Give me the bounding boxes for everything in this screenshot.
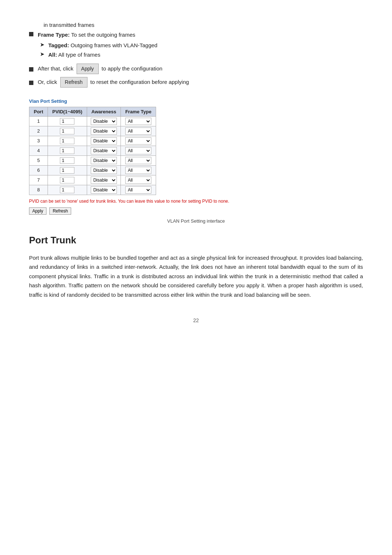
awareness-select[interactable]: DisableEnable	[91, 167, 117, 174]
cell-pvid	[48, 175, 87, 185]
apply-button[interactable]: Apply	[29, 207, 46, 215]
pvid-input[interactable]	[60, 128, 74, 134]
refresh-inline-button[interactable]: Refresh	[60, 77, 87, 88]
apply-instruction: After that, click Apply to apply the con…	[38, 64, 162, 74]
table-row: 6DisableEnableAllTagged	[29, 165, 156, 175]
page-number: 22	[29, 317, 363, 323]
table-header-row: Port PVID(1~4095) Awareness Frame Type	[29, 107, 156, 116]
cell-port: 4	[29, 146, 48, 155]
refresh-bullet-prefix: Or, click	[38, 79, 57, 85]
apply-bullet: After that, click Apply to apply the con…	[29, 64, 363, 74]
bullet-square-apply-icon	[29, 67, 33, 72]
port-trunk-paragraph: Port trunk allows multiple links to be b…	[29, 253, 363, 300]
frame-type-text: Frame Type: To set the outgoing frames	[38, 31, 135, 39]
cell-pvid	[48, 155, 87, 165]
frame-type-select[interactable]: AllTagged	[125, 147, 151, 154]
pvid-input[interactable]	[60, 177, 74, 183]
pvid-input[interactable]	[60, 187, 74, 193]
cell-pvid	[48, 146, 87, 155]
table-row: 4DisableEnableAllTagged	[29, 146, 156, 155]
table-row: 1DisableEnableAllTagged	[29, 116, 156, 126]
awareness-select[interactable]: DisableEnable	[91, 127, 117, 135]
frame-type-select[interactable]: AllTagged	[125, 157, 151, 164]
pvid-note: PVID can be set to 'none' used for trunk…	[29, 199, 363, 204]
frame-type-select[interactable]: AllTagged	[125, 137, 151, 145]
frame-type-label: Frame Type:	[38, 32, 70, 38]
frame-type-select[interactable]: AllTagged	[125, 177, 151, 184]
tagged-text: Tagged: Outgoing frames with VLAN-Tagged	[48, 41, 158, 50]
bullet-square-refresh-icon	[29, 81, 33, 85]
awareness-select[interactable]: DisableEnable	[91, 147, 117, 154]
arrow-icon-2: ➤	[40, 51, 45, 57]
apply-suffix-text: to apply the configuration	[102, 65, 163, 72]
frame-type-bullet: Frame Type: To set the outgoing frames	[29, 31, 363, 39]
awareness-select[interactable]: DisableEnable	[91, 186, 117, 194]
awareness-select[interactable]: DisableEnable	[91, 137, 117, 145]
all-label: All:	[48, 52, 57, 58]
cell-port: 7	[29, 175, 48, 185]
pvid-input[interactable]	[60, 147, 74, 154]
vlan-port-setting-label: Vlan Port Setting	[29, 98, 363, 104]
col-header-frame-type: Frame Type	[121, 107, 156, 116]
cell-awareness: DisableEnable	[87, 165, 121, 175]
cell-frame-type: AllTagged	[121, 126, 156, 136]
cell-awareness: DisableEnable	[87, 136, 121, 146]
all-sub-bullet: ➤ All: All type of frames	[40, 51, 363, 59]
refresh-bullet: Or, click Refresh to reset the configura…	[29, 77, 363, 88]
all-desc: All type of frames	[58, 52, 101, 58]
pvid-input[interactable]	[60, 167, 74, 174]
cell-frame-type: AllTagged	[121, 155, 156, 165]
col-header-awareness: Awareness	[87, 107, 121, 116]
cell-pvid	[48, 136, 87, 146]
cell-pvid	[48, 116, 87, 126]
cell-port: 8	[29, 185, 48, 195]
awareness-select[interactable]: DisableEnable	[91, 157, 117, 164]
frame-type-select[interactable]: AllTagged	[125, 118, 151, 125]
content-area: in transmitted frames Frame Type: To set…	[29, 22, 363, 323]
arrow-icon: ➤	[40, 41, 45, 48]
cell-port: 2	[29, 126, 48, 136]
table-row: 2DisableEnableAllTagged	[29, 126, 156, 136]
cell-port: 1	[29, 116, 48, 126]
frame-type-select[interactable]: AllTagged	[125, 167, 151, 174]
frame-type-desc: To set the outgoing frames	[71, 32, 135, 38]
vlan-port-table: Port PVID(1~4095) Awareness Frame Type 1…	[29, 107, 156, 195]
frame-type-select[interactable]: AllTagged	[125, 127, 151, 135]
cell-port: 6	[29, 165, 48, 175]
table-buttons-row: Apply Refresh	[29, 207, 363, 215]
awareness-select[interactable]: DisableEnable	[91, 118, 117, 125]
transmitted-frames-text: in transmitted frames	[44, 22, 363, 28]
pvid-input[interactable]	[60, 157, 74, 164]
table-row: 5DisableEnableAllTagged	[29, 155, 156, 165]
table-row: 8DisableEnableAllTagged	[29, 185, 156, 195]
cell-awareness: DisableEnable	[87, 146, 121, 155]
cell-port: 3	[29, 136, 48, 146]
vlan-caption: VLAN Port Setting interface	[29, 218, 363, 224]
pvid-input[interactable]	[60, 118, 74, 125]
table-row: 3DisableEnableAllTagged	[29, 136, 156, 146]
apply-bullet-prefix: After that, click	[38, 65, 73, 72]
vlan-port-setting-section: Vlan Port Setting Port PVID(1~4095) Awar…	[29, 98, 363, 224]
cell-awareness: DisableEnable	[87, 116, 121, 126]
cell-awareness: DisableEnable	[87, 126, 121, 136]
port-trunk-section: Port Trunk Port trunk allows multiple li…	[29, 235, 363, 300]
refresh-button[interactable]: Refresh	[49, 207, 71, 215]
pvid-input[interactable]	[60, 138, 74, 144]
all-text: All: All type of frames	[48, 51, 100, 59]
cell-frame-type: AllTagged	[121, 175, 156, 185]
port-trunk-heading: Port Trunk	[29, 235, 363, 246]
tagged-desc: Outgoing frames with VLAN-Tagged	[70, 42, 157, 48]
frame-type-select[interactable]: AllTagged	[125, 186, 151, 194]
cell-frame-type: AllTagged	[121, 146, 156, 155]
table-row: 7DisableEnableAllTagged	[29, 175, 156, 185]
awareness-select[interactable]: DisableEnable	[91, 177, 117, 184]
cell-awareness: DisableEnable	[87, 155, 121, 165]
cell-pvid	[48, 165, 87, 175]
refresh-suffix-text: to reset the configuration before applyi…	[90, 79, 189, 85]
apply-inline-button[interactable]: Apply	[77, 64, 99, 74]
bullet-square-icon	[29, 32, 33, 36]
refresh-instruction: Or, click Refresh to reset the configura…	[38, 77, 189, 88]
cell-frame-type: AllTagged	[121, 165, 156, 175]
col-header-pvid: PVID(1~4095)	[48, 107, 87, 116]
col-header-port: Port	[29, 107, 48, 116]
